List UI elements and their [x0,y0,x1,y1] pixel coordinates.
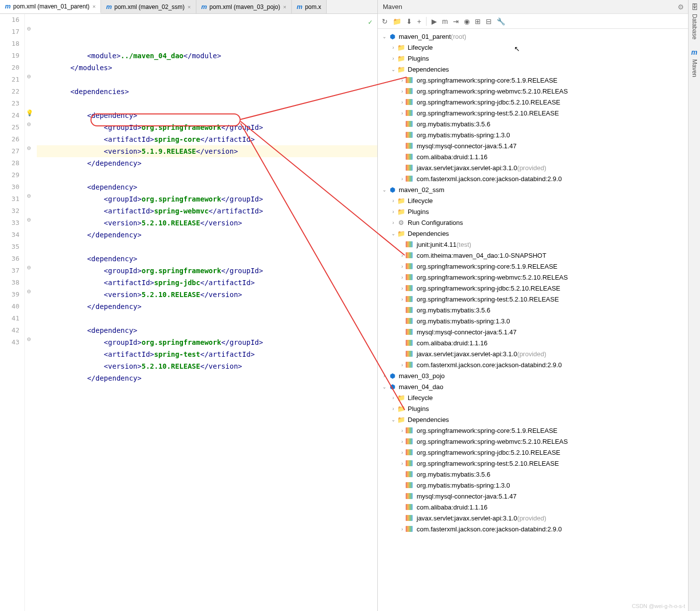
tree-item[interactable]: org.springframework:spring-jdbc:5.2.10.R… [378,447,700,458]
fold-icon[interactable]: ⊖ [27,193,31,199]
toolbar-button[interactable]: ⬇ [406,17,412,25]
tree-item[interactable]: org.mybatis:mybatis-spring:1.3.0 [378,129,700,140]
tree-item[interactable]: com.alibaba:druid:1.1.16 [378,502,700,512]
expand-icon[interactable] [381,373,388,379]
expand-icon[interactable] [399,264,406,269]
expand-icon[interactable] [390,220,397,225]
code-line-38[interactable] [37,312,377,324]
tab-2[interactable]: mpom.xml (maven_03_pojo)× [196,0,292,13]
expand-icon[interactable] [390,67,397,72]
expand-icon[interactable] [399,286,406,291]
code-line-18[interactable] [37,74,377,86]
expand-icon[interactable] [390,395,397,401]
expand-icon[interactable] [381,34,388,39]
code-line-20[interactable] [37,98,377,109]
tree-item[interactable]: com.alibaba:druid:1.1.16 [378,151,700,162]
tab-3[interactable]: mpom.x [292,0,327,13]
close-icon[interactable]: × [92,3,95,9]
tree-item[interactable]: mysql:mysql-connector-java:5.1.47 [378,326,700,337]
fold-icon[interactable]: ⊖ [27,74,31,79]
tree-item[interactable]: ⬢maven_01_parent (root) [378,31,700,42]
expand-icon[interactable] [390,45,397,50]
tree-item[interactable]: 📁Lifecycle [378,42,700,53]
code-line-16[interactable]: <module>../maven_04_dao</module> [37,50,377,62]
code-line-32[interactable] [37,241,377,253]
tree-item[interactable]: org.mybatis:mybatis:3.5.6 [378,469,700,480]
code-line-26[interactable] [37,169,377,181]
expand-icon[interactable] [399,176,406,182]
fold-icon[interactable]: ⊖ [27,121,31,127]
sidebar-database[interactable]: 🗄 Database [690,3,699,42]
tree-item[interactable]: com.fasterxml.jackson.core:jackson-datab… [378,173,700,184]
fold-icon[interactable]: ⊖ [27,336,31,342]
expand-icon[interactable] [399,439,406,444]
sidebar-maven[interactable]: m Maven [690,48,699,80]
code-line-21[interactable]: <dependency> [37,109,377,121]
tree-item[interactable]: 📁Dependencies [378,228,700,239]
expand-icon[interactable] [390,198,397,204]
expand-icon[interactable] [399,110,406,116]
code-line-33[interactable]: <dependency> [37,253,377,265]
tree-item[interactable]: 📁Dependencies [378,64,700,75]
tree-item[interactable]: 📁Lifecycle [378,392,700,403]
expand-icon[interactable] [399,297,406,302]
expand-icon[interactable] [399,362,406,368]
expand-icon[interactable] [399,275,406,280]
expand-icon[interactable] [399,526,406,532]
tree-item[interactable]: org.springframework:spring-jdbc:5.2.10.R… [378,97,700,107]
toolbar-button[interactable]: ▶ [432,17,437,25]
code-content[interactable]: ✓ <module>../maven_04_dao</module> </mod… [35,14,377,611]
code-line-27[interactable]: <dependency> [37,181,377,193]
tree-item[interactable]: org.mybatis:mybatis-spring:1.3.0 [378,480,700,491]
code-line-43[interactable]: </dependency> [37,372,377,384]
expand-icon[interactable] [399,428,406,433]
tree-item[interactable]: javax.servlet:javax.servlet-api:3.1.0 (p… [378,348,700,359]
expand-icon[interactable] [390,209,397,214]
code-line-29[interactable]: <artifactId>spring-webmvc</artifactId> [37,205,377,217]
tree-item[interactable]: junit:junit:4.11 (test) [378,239,700,250]
tree-item[interactable]: org.springframework:spring-core:5.1.9.RE… [378,261,700,272]
tree-item[interactable]: org.springframework:spring-test:5.2.10.R… [378,458,700,469]
tree-item[interactable]: com.itheima:maven_04_dao:1.0-SNAPSHOT [378,250,700,261]
code-line-39[interactable]: <dependency> [37,324,377,336]
maven-tree[interactable]: ⬢maven_01_parent (root)📁Lifecycle📁Plugin… [378,29,700,611]
tree-item[interactable]: org.springframework:spring-core:5.1.9.RE… [378,75,700,86]
tree-item[interactable]: com.alibaba:druid:1.1.16 [378,337,700,348]
code-line-25[interactable]: </dependency> [37,157,377,169]
tree-item[interactable]: org.springframework:spring-test:5.2.10.R… [378,107,700,118]
tree-item[interactable]: org.mybatis:mybatis:3.5.6 [378,118,700,129]
tab-1[interactable]: mpom.xml (maven_02_ssm)× [101,0,196,13]
code-line-19[interactable]: <dependencies> [37,86,377,98]
toolbar-button[interactable]: 🔧 [497,17,505,25]
tree-item[interactable]: org.springframework:spring-webmvc:5.2.10… [378,272,700,283]
settings-icon[interactable]: ⚙ [678,3,684,11]
expand-icon[interactable] [399,89,406,94]
tree-item[interactable]: 📁Plugins [378,53,700,64]
toolbar-button[interactable]: ⊟ [486,17,492,25]
code-line-37[interactable]: </dependency> [37,301,377,312]
tree-item[interactable]: javax.servlet:javax.servlet-api:3.1.0 (p… [378,162,700,173]
toolbar-button[interactable]: 📁 [393,17,401,25]
tree-item[interactable]: ⬢maven_03_pojo [378,370,700,381]
code-line-40[interactable]: <groupId>org.springframework</groupId> [37,336,377,348]
code-line-34[interactable]: <groupId>org.springframework</groupId> [37,265,377,277]
fold-icon[interactable]: ⊖ [27,217,31,222]
tree-item[interactable]: ⬢maven_04_dao [378,381,700,392]
toolbar-button[interactable]: ↻ [382,17,388,25]
toolbar-button[interactable]: ◉ [464,17,470,25]
tab-0[interactable]: mpom.xml (maven_01_parent)× [0,0,101,13]
tree-item[interactable]: 📁Plugins [378,403,700,414]
code-line-24[interactable]: <version>5.1.9.RELEASE</version> [37,145,377,157]
fold-icon[interactable]: ⊖ [27,26,31,31]
code-line-28[interactable]: <groupId>org.springframework</groupId> [37,193,377,205]
expand-icon[interactable] [399,100,406,105]
tree-item[interactable]: mysql:mysql-connector-java:5.1.47 [378,491,700,502]
close-icon[interactable]: × [283,4,286,10]
tree-item[interactable]: 📁Plugins [378,206,700,217]
tree-item[interactable]: ⚙Run Configurations [378,217,700,228]
code-line-36[interactable]: <version>5.2.10.RELEASE</version> [37,289,377,301]
toolbar-button[interactable]: + [417,17,421,25]
code-line-30[interactable]: <version>5.2.10.RELEASE</version> [37,217,377,229]
tree-item[interactable]: org.springframework:spring-webmvc:5.2.10… [378,436,700,447]
fold-icon[interactable]: ⊖ [27,289,31,294]
